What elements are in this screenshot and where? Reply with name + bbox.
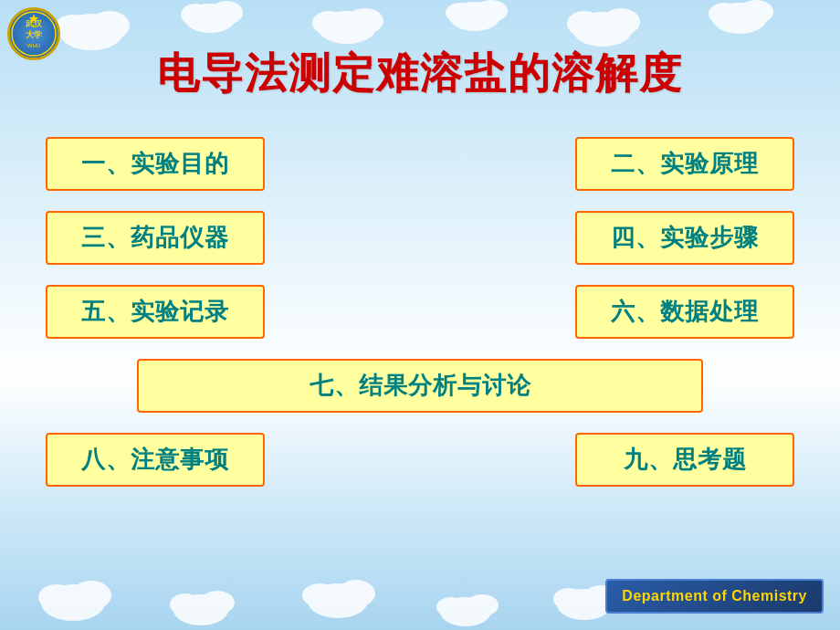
department-badge: Department of Chemistry	[605, 579, 824, 614]
menu-row-1: 一、实验目的 二、实验原理	[46, 137, 794, 191]
svg-point-22	[200, 591, 235, 614]
svg-point-4	[210, 1, 243, 25]
svg-point-26	[302, 583, 337, 607]
svg-point-29	[436, 597, 466, 617]
svg-point-1	[89, 11, 130, 40]
menu-item-6[interactable]: 六、数据处理	[575, 285, 794, 339]
svg-point-5	[181, 4, 210, 26]
svg-point-23	[170, 593, 201, 615]
university-logo: 武汉 大学 WHU	[7, 7, 62, 62]
svg-point-7	[347, 8, 383, 34]
page-container: 武汉 大学 WHU 电导法测定难溶盐的溶解度 一、实验目的 二、实验原理 三、药…	[0, 0, 840, 630]
main-title: 电导法测定难溶盐的溶解度	[0, 46, 840, 102]
logo-svg: 武汉 大学 WHU	[10, 10, 58, 58]
svg-point-25	[337, 580, 375, 607]
logo-circle: 武汉 大学 WHU	[7, 7, 60, 60]
menu-item-8[interactable]: 八、注意事项	[46, 433, 265, 487]
svg-point-10	[475, 0, 508, 22]
svg-point-11	[446, 3, 475, 23]
svg-point-19	[71, 581, 111, 610]
menu-item-7[interactable]: 七、结果分析与讨论	[137, 359, 703, 413]
menu-row-2: 三、药品仪器 四、实验步骤	[46, 211, 794, 265]
svg-point-28	[466, 594, 499, 616]
menu-item-2[interactable]: 二、实验原理	[575, 137, 794, 191]
svg-text:大学: 大学	[25, 30, 42, 39]
svg-text:WHU: WHU	[27, 43, 40, 48]
menu-row-5: 八、注意事项 九、思考题	[46, 433, 794, 487]
menu-row-3: 五、实验记录 六、数据处理	[46, 285, 794, 339]
menu-row-4: 七、结果分析与讨论	[46, 359, 794, 413]
menu-item-3[interactable]: 三、药品仪器	[46, 211, 265, 265]
svg-point-32	[553, 588, 584, 610]
menu-item-1[interactable]: 一、实验目的	[46, 137, 265, 191]
menu-grid: 一、实验目的 二、实验原理 三、药品仪器 四、实验步骤 五、实验记录 六、数据处…	[46, 137, 794, 507]
svg-point-13	[602, 8, 640, 36]
svg-point-17	[709, 3, 740, 25]
svg-point-8	[312, 11, 345, 35]
menu-item-9[interactable]: 九、思考题	[575, 433, 794, 487]
menu-item-5[interactable]: 五、实验记录	[46, 285, 265, 339]
menu-item-4[interactable]: 四、实验步骤	[575, 211, 794, 265]
svg-point-20	[38, 584, 75, 610]
svg-point-14	[567, 11, 602, 37]
svg-point-16	[739, 0, 773, 24]
